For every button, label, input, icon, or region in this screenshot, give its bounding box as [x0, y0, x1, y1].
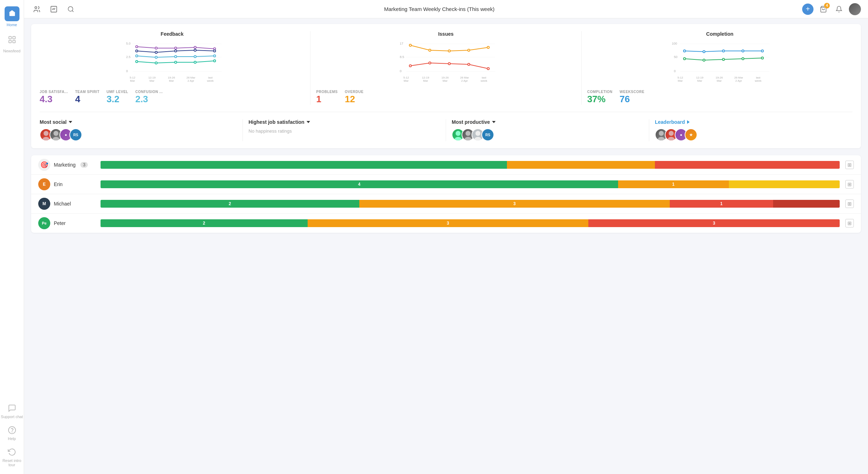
svg-point-7: [35, 6, 37, 8]
michael-expand-btn[interactable]: ⊞: [845, 200, 854, 208]
metric-overdue-value: 12: [345, 94, 355, 105]
progress-row-michael: M Michael 2 3 1 ⊞: [31, 194, 861, 214]
svg-text:17: 17: [400, 42, 403, 45]
peter-info: Pe Peter: [38, 217, 95, 229]
most-social-title[interactable]: Most social: [40, 119, 237, 125]
svg-text:5.0: 5.0: [126, 42, 131, 45]
marketing-bar-yellow: [507, 161, 655, 169]
metric-completion-label: COMPLETION: [587, 90, 613, 94]
svg-text:Mar: Mar: [697, 79, 702, 82]
sidebar-item-reset-intro[interactable]: Reset intro tour: [0, 444, 24, 470]
erin-expand-btn[interactable]: ⊞: [845, 180, 854, 189]
newsfeed-icon: [8, 35, 16, 47]
svg-rect-1: [9, 36, 11, 39]
metric-confusion: CONFUSION ... 2.3: [135, 90, 163, 105]
svg-point-59: [409, 65, 411, 67]
metric-completion-value: 37%: [587, 94, 606, 105]
most-productive-title[interactable]: Most productive: [452, 119, 643, 125]
svg-text:Mar: Mar: [423, 79, 428, 82]
leaderboard-title[interactable]: Leaderboard: [655, 119, 847, 125]
michael-info: M Michael: [38, 198, 95, 210]
svg-point-25: [175, 50, 177, 52]
erin-avatar: E: [38, 178, 50, 190]
svg-point-58: [487, 46, 489, 48]
svg-point-102: [53, 131, 58, 136]
svg-text:Mar: Mar: [716, 79, 721, 82]
sidebar-item-newsfeed[interactable]: Newsfeed: [0, 32, 24, 57]
michael-bar-red2: [773, 200, 840, 208]
sidebar-reset-label: Reset intro tour: [0, 458, 24, 467]
help-icon: [8, 426, 16, 437]
feedback-chart-title: Feedback: [40, 31, 304, 37]
sidebar-item-help[interactable]: Help: [0, 422, 24, 444]
search-icon[interactable]: [65, 4, 76, 15]
svg-point-60: [429, 62, 431, 64]
sidebar: Home Newsfeed Support chat: [0, 0, 24, 474]
sidebar-newsfeed-label: Newsfeed: [3, 49, 21, 53]
peter-expand-btn[interactable]: ⊞: [845, 219, 854, 227]
svg-point-106: [466, 131, 470, 136]
metric-weekscore-value: 76: [619, 94, 630, 105]
issues-chart-title: Issues: [316, 31, 575, 37]
most-social-avatars: ● RS: [40, 128, 237, 141]
svg-point-61: [448, 63, 450, 65]
erin-bar-yellow1: 1: [618, 180, 729, 188]
marketing-expand-btn[interactable]: ⊞: [845, 161, 854, 169]
svg-point-18: [136, 46, 138, 48]
bell-icon[interactable]: [833, 4, 845, 15]
marketing-team-name: Marketing: [54, 162, 75, 168]
svg-text:week: week: [207, 79, 214, 82]
add-button[interactable]: +: [802, 4, 813, 15]
svg-point-105: [455, 137, 462, 140]
peter-bar-green: 2: [101, 219, 308, 227]
svg-line-10: [72, 10, 74, 12]
svg-rect-3: [9, 40, 11, 43]
svg-point-23: [136, 50, 138, 52]
svg-text:0: 0: [400, 69, 401, 73]
user-avatar[interactable]: [849, 3, 861, 15]
topnav-right-icons: + 4: [802, 3, 861, 15]
team-list-icon[interactable]: [31, 4, 42, 15]
svg-point-56: [448, 50, 450, 52]
main-area: Marketing Team Weekly Check-ins (This we…: [24, 0, 868, 474]
issues-chart-svg: 17 8.5 0: [316, 40, 575, 86]
marketing-bar-green: [101, 161, 507, 169]
erin-info: E Erin: [38, 178, 95, 190]
metric-job-satisfaction-value: 4.3: [40, 94, 52, 105]
metric-completion: COMPLETION 37%: [587, 90, 613, 105]
peter-avatar: Pe: [38, 217, 50, 229]
metric-job-satisfaction: JOB SATISFA... 4.3: [40, 90, 68, 105]
svg-text:Mar: Mar: [443, 79, 448, 82]
svg-point-37: [213, 60, 216, 62]
progress-section: 🎯 Marketing 3 ⊞ E Erin 4: [31, 155, 861, 233]
svg-point-88: [742, 58, 744, 60]
most-productive-avatars: RS: [452, 128, 643, 141]
chart-icon[interactable]: [48, 4, 59, 15]
cart-icon[interactable]: 4: [818, 4, 829, 15]
svg-point-27: [213, 50, 216, 52]
svg-point-109: [474, 137, 481, 140]
svg-point-24: [155, 51, 157, 53]
charts-row: Feedback 5.0 2.5 0: [40, 31, 852, 112]
svg-rect-4: [13, 40, 15, 43]
completion-chart-svg: 100 50 0: [587, 40, 852, 86]
social-row: Most social ●: [40, 119, 852, 141]
stats-card: Feedback 5.0 2.5 0: [31, 24, 861, 148]
metric-umf-level-label: UMF LEVEL: [107, 90, 128, 94]
svg-point-81: [703, 51, 705, 53]
home-icon: [5, 6, 19, 21]
svg-point-108: [475, 131, 480, 136]
svg-point-36: [194, 61, 196, 63]
highest-satisfaction-title[interactable]: Highest job satisfaction: [249, 119, 440, 125]
svg-point-82: [722, 50, 724, 52]
no-ratings-text: No happiness ratings: [249, 128, 440, 134]
svg-text:12-19: 12-19: [422, 76, 429, 79]
svg-point-86: [703, 59, 705, 61]
support-chat-icon: [8, 404, 16, 415]
svg-point-6: [12, 432, 12, 432]
svg-point-19: [155, 47, 157, 49]
sidebar-item-support-chat[interactable]: Support chat: [0, 400, 24, 422]
svg-text:Mar: Mar: [169, 79, 174, 82]
completion-chart-section: Completion 100 50 0: [582, 31, 852, 105]
sidebar-item-home[interactable]: Home: [0, 3, 24, 30]
